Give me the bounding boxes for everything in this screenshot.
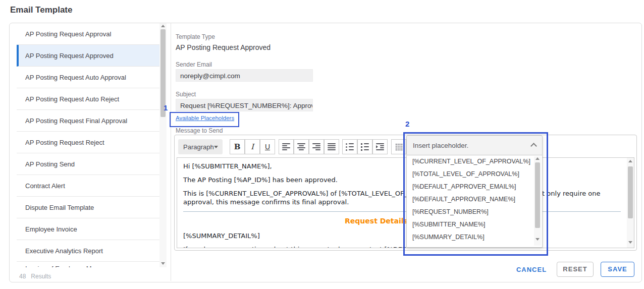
message-paragraphs-bottom: [%SUMMARY_DETAIL%]If you have any questi… xyxy=(183,232,621,248)
align-left-icon xyxy=(282,143,290,150)
template-list-item-clipped[interactable]: Invoice of Employee Ma xyxy=(17,262,159,267)
message-paragraph: If you have any questions about this req… xyxy=(183,245,621,248)
message-paragraphs-top: Hi [%SUBMITTER_NAME%],The AP Posting [%A… xyxy=(183,162,621,206)
template-list-item[interactable]: AP Posting Request Approved xyxy=(17,45,159,67)
annotation-marker-2: 2 xyxy=(405,120,409,128)
editor-scrollbar-thumb[interactable] xyxy=(628,166,633,218)
align-left-button[interactable] xyxy=(279,139,294,154)
reset-button[interactable]: RESET xyxy=(557,262,594,277)
paragraph-style-label: Paragraph xyxy=(183,143,214,151)
template-list-item[interactable]: Dispute Email Template xyxy=(17,197,159,218)
template-type-value: AP Posting Request Approved xyxy=(176,43,271,51)
table-grid-icon xyxy=(395,143,403,151)
results-count: 48Results xyxy=(19,273,51,280)
save-button[interactable]: SAVE xyxy=(601,262,634,277)
template-list-item[interactable]: AP Posting Request Reject xyxy=(17,132,159,153)
scroll-down-icon[interactable] xyxy=(161,262,165,265)
template-list: AP Posting Request ApprovalAP Posting Re… xyxy=(17,23,159,267)
template-list-item[interactable]: Executive Analytics Report xyxy=(17,240,159,262)
align-right-icon xyxy=(312,143,320,150)
scroll-up-icon[interactable] xyxy=(628,160,632,162)
align-center-button[interactable] xyxy=(294,139,309,154)
align-right-button[interactable] xyxy=(309,139,324,154)
message-heading: Request Details - Request ID xyxy=(183,217,621,225)
template-list-item[interactable]: AP Posting Request Approval xyxy=(17,23,159,45)
underline-button[interactable]: U xyxy=(260,139,275,154)
justify-icon xyxy=(328,143,336,150)
indent-icon xyxy=(376,143,384,150)
template-type-label: Template Type xyxy=(176,33,215,40)
template-list-item[interactable]: AP Posting Send xyxy=(17,153,159,175)
message-paragraph: The AP Posting [%AP_ID%] has been approv… xyxy=(183,176,621,184)
cancel-button[interactable]: CANCEL xyxy=(514,266,549,273)
results-number: 48 xyxy=(19,273,26,280)
indent-button[interactable] xyxy=(372,139,388,154)
template-list-item[interactable]: Contract Alert xyxy=(17,175,159,197)
message-paragraph: [%SUMMARY_DETAIL%] xyxy=(183,232,621,240)
bullet-list-button[interactable] xyxy=(342,139,357,154)
template-list-item[interactable]: AP Posting Request Auto Reject xyxy=(17,88,159,110)
sender-email-label: Sender Email xyxy=(176,61,212,68)
results-label: Results xyxy=(31,273,51,280)
available-placeholders-link[interactable]: Available Placeholders xyxy=(176,115,234,121)
sidebar-main-divider xyxy=(171,23,171,281)
template-list-item[interactable]: AP Posting Request Final Approval xyxy=(17,110,159,132)
numbered-list-icon xyxy=(361,143,369,151)
subject-field[interactable]: Request [%REQUEST_NUMBER%]: Approval [% xyxy=(176,99,313,111)
scroll-down-icon[interactable] xyxy=(628,241,632,244)
sender-email-field[interactable]: noreply@cimpl.com xyxy=(176,69,313,82)
email-template-page: Email Template AP Posting Request Approv… xyxy=(0,0,644,289)
subject-label: Subject xyxy=(176,91,196,98)
chevron-down-icon xyxy=(214,146,218,148)
message-paragraph: This is [%CURRENT_LEVEL_OF_APPROVAL%] of… xyxy=(183,189,621,206)
scroll-up-icon[interactable] xyxy=(161,25,165,27)
annotation-box-2 xyxy=(403,132,548,256)
align-center-icon xyxy=(297,143,305,150)
paragraph-style-select[interactable]: Paragraph xyxy=(178,139,223,154)
template-list-item[interactable]: AP Posting Request Auto Approval xyxy=(17,67,159,88)
template-list-item[interactable]: Employee Invoice xyxy=(17,218,159,240)
bold-button[interactable]: B xyxy=(230,139,245,154)
page-title: Email Template xyxy=(10,5,72,15)
justify-button[interactable] xyxy=(324,139,339,154)
numbered-list-button[interactable] xyxy=(357,139,372,154)
annotation-marker-1: 1 xyxy=(164,103,168,112)
message-divider xyxy=(183,211,621,212)
message-to-send-label: Message to Send xyxy=(176,127,223,134)
bullet-list-icon xyxy=(346,143,354,151)
italic-button[interactable]: I xyxy=(245,139,260,154)
message-paragraph: Hi [%SUBMITTER_NAME%], xyxy=(183,162,621,170)
